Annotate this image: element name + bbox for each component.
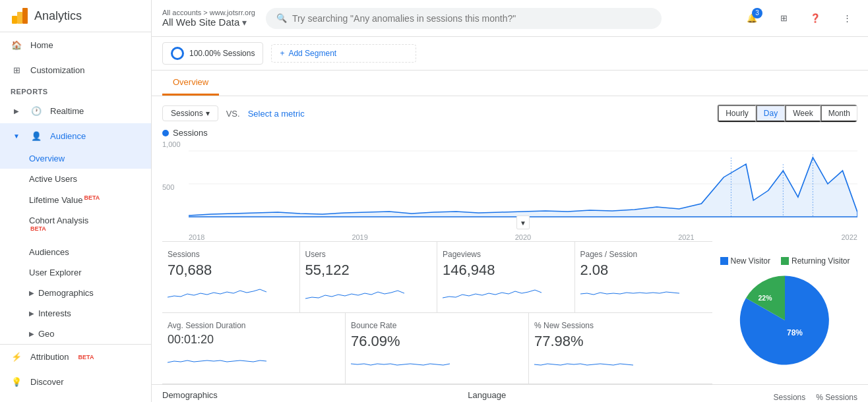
legend-returning-visitor: Returning Visitor [781, 256, 850, 266]
sidebar-item-realtime[interactable]: ▶ 🕐 Realtime [0, 98, 151, 123]
sidebar-item-customization[interactable]: ⊞ Customization [0, 57, 151, 82]
search-icon: 🔍 [276, 13, 287, 23]
time-btn-day[interactable]: Day [756, 105, 785, 122]
sidebar-subitem-geo[interactable]: ▶ Geo [0, 324, 151, 344]
stats-row-2: Avg. Session Duration 00:01:20 Bounce Ra… [162, 313, 712, 384]
search-bar[interactable]: 🔍 [266, 8, 662, 29]
lifetime-value-beta: BETA [84, 194, 100, 201]
sidebar-subitem-lifetime-value[interactable]: Lifetime ValueBETA [0, 189, 151, 210]
overview-tabs: Overview [152, 71, 868, 96]
stat-pages-sparkline [580, 284, 708, 302]
segment-bar: 100.00% Sessions + Add Segment [152, 37, 868, 71]
sidebar-subitem-user-explorer[interactable]: User Explorer [0, 262, 151, 283]
stat-pages-session-label: Pages / Session [580, 250, 708, 259]
svg-rect-1 [17, 12, 22, 24]
sidebar-item-admin[interactable]: ⚙ Admin [0, 395, 151, 402]
language-col: Language [468, 390, 773, 402]
new-visitor-color [720, 257, 728, 265]
stat-sessions: Sessions 70,688 [162, 242, 300, 313]
top-header: All accounts > www.jotsrr.org All Web Si… [152, 0, 868, 37]
apps-icon: ⊞ [780, 13, 788, 23]
interests-chevron: ▶ [29, 310, 34, 317]
stat-pages-session-value: 2.08 [580, 262, 708, 279]
add-segment-button[interactable]: + Add Segment [271, 44, 416, 63]
sidebar-subitem-audiences[interactable]: Audiences [0, 242, 151, 262]
x-label-2020: 2020 [515, 233, 531, 241]
time-btn-hourly[interactable]: Hourly [718, 105, 756, 122]
select-metric-link[interactable]: Select a metric [248, 109, 305, 119]
demographics-col-title: Demographics [162, 390, 218, 402]
chart-dropdown-button[interactable]: ▼ [516, 215, 530, 229]
sessions-col-header: Sessions [774, 393, 806, 402]
home-icon: 🏠 [11, 39, 22, 51]
chart-controls-row: Sessions ▾ VS. Select a metric Hourly Da… [152, 96, 868, 123]
stat-users-sparkline [305, 284, 432, 302]
svg-rect-2 [22, 8, 28, 24]
grid-icon: ⊞ [11, 64, 22, 76]
tab-overview[interactable]: Overview [162, 71, 219, 96]
stat-pageviews-sparkline [443, 284, 569, 302]
sidebar-subitem-interests[interactable]: ▶ Interests [0, 303, 151, 324]
account-name: All Web Site Data ▾ [162, 16, 255, 28]
demographics-chevron: ▶ [29, 289, 34, 297]
stat-pageviews: Pageviews 146,948 [437, 242, 575, 313]
stat-bounce-rate-label: Bounce Rate [351, 321, 523, 330]
x-label-2019: 2019 [352, 233, 367, 241]
stat-bounce-rate-value: 76.09% [351, 333, 523, 350]
more-button[interactable]: ⋮ [836, 8, 857, 29]
stat-pageviews-label: Pageviews [443, 250, 569, 259]
returning-visitor-color [781, 257, 789, 265]
geo-label: Geo [38, 329, 55, 339]
stat-users-label: Users [305, 250, 432, 259]
sidebar-subitem-overview[interactable]: Overview [0, 148, 151, 169]
discover-label: Discover [30, 377, 64, 387]
metric-selector-button[interactable]: Sessions ▾ [162, 105, 218, 121]
sidebar-bottom: ⚡ AttributionBETA 💡 Discover ⚙ Admin ◀ [0, 344, 151, 402]
lifetime-value-label: Lifetime Value [29, 195, 82, 205]
attribution-icon: ⚡ [11, 351, 22, 363]
y-axis: 1,000 500 [162, 138, 189, 241]
segment-pill[interactable]: 100.00% Sessions [162, 42, 263, 65]
add-segment-plus: + [280, 49, 284, 58]
cohort-analysis-label: Cohort Analysis [29, 215, 88, 225]
time-btn-month[interactable]: Month [821, 105, 857, 122]
x-label-2018: 2018 [189, 233, 204, 241]
stat-sessions-label: Sessions [168, 250, 294, 259]
stat-duration-sparkline [168, 352, 340, 370]
notifications-button[interactable]: 🔔 3 [741, 8, 762, 29]
pie-legend: New Visitor Returning Visitor [720, 256, 850, 266]
new-visitor-legend-label: New Visitor [731, 256, 770, 266]
chart-area: 2018 2019 2020 2021 2022 ▼ [189, 138, 857, 241]
sidebar-item-audience[interactable]: ▼ 👤 Audience [0, 123, 151, 148]
sidebar-item-home[interactable]: 🏠 Home [0, 32, 151, 57]
account-dropdown-icon[interactable]: ▾ [242, 17, 247, 28]
sidebar-subitem-demographics[interactable]: ▶ Demographics [0, 283, 151, 303]
language-col-title: Language [468, 390, 506, 402]
stat-sessions-sparkline [168, 284, 294, 302]
svg-rect-0 [12, 16, 17, 24]
bottom-col-headers: Sessions % Sessions [774, 390, 857, 402]
stat-new-sessions-label: % New Sessions [534, 321, 707, 330]
add-segment-label: Add Segment [288, 49, 336, 58]
stat-avg-duration-value: 00:01:20 [168, 333, 340, 347]
help-button[interactable]: ❓ [805, 8, 826, 29]
search-input[interactable] [292, 13, 651, 24]
y-label-1000: 1,000 [162, 140, 189, 148]
analytics-logo: Analytics [11, 7, 82, 25]
stat-new-sessions: % New Sessions 77.98% [529, 313, 712, 384]
sidebar-item-attribution[interactable]: ⚡ AttributionBETA [0, 345, 151, 370]
cohort-beta: BETA [30, 225, 46, 232]
chart-container: 1,000 500 [152, 138, 868, 241]
sidebar-item-discover[interactable]: 💡 Discover [0, 370, 151, 395]
clock-icon: 🕐 [30, 105, 42, 117]
lightbulb-icon: 💡 [11, 376, 22, 388]
apps-button[interactable]: ⊞ [773, 8, 794, 29]
x-label-2022: 2022 [842, 233, 857, 241]
sidebar-subitem-active-users[interactable]: Active Users [0, 169, 151, 189]
time-btn-week[interactable]: Week [785, 105, 820, 122]
pie-chart-section: New Visitor Returning Visitor 78% [712, 241, 857, 384]
chart-dropdown-icon: ▼ [520, 219, 526, 227]
account-path: All accounts > www.jotsrr.org [162, 9, 255, 16]
sidebar: Analytics 🏠 Home ⊞ Customization REPORTS… [0, 0, 152, 402]
sidebar-subitem-cohort-analysis[interactable]: Cohort Analysis BETA [0, 210, 151, 241]
